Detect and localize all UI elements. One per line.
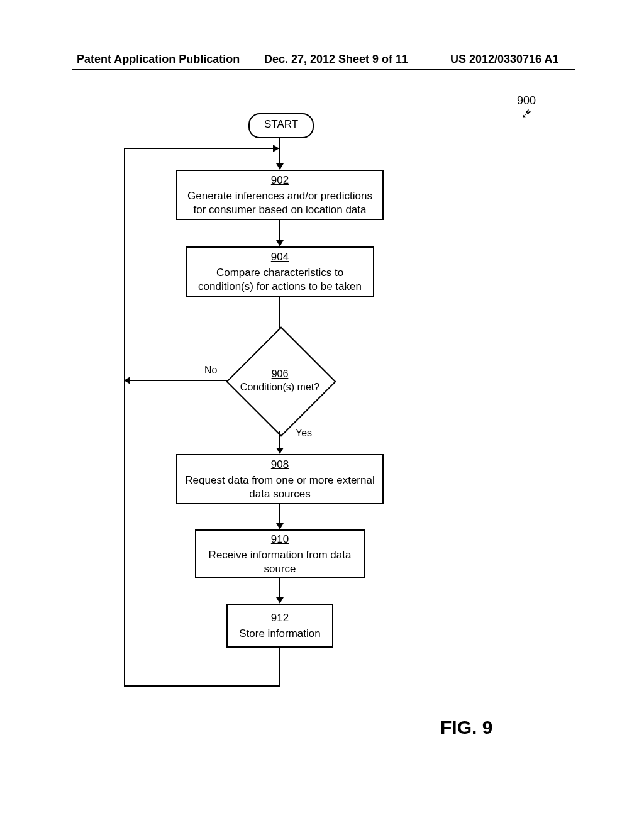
connector: [279, 504, 280, 524]
step-number: 912: [271, 611, 289, 624]
connector: [124, 380, 125, 687]
connector: [124, 148, 125, 380]
connector: [279, 578, 280, 599]
step-text: Compare characteristics to condition(s) …: [191, 266, 369, 293]
flow-step-908: 908 Request data from one or more extern…: [176, 454, 384, 504]
flow-step-902: 902 Generate inferences and/or predictio…: [176, 170, 384, 220]
decision-label-no: No: [204, 365, 217, 376]
step-text: Store information: [239, 627, 320, 640]
flow-step-904: 904 Compare characteristics to condition…: [186, 246, 374, 297]
arrow-down-icon: [276, 523, 284, 529]
patent-figure-page: Patent Application Publication Dec. 27, …: [0, 0, 644, 830]
step-text: Request data from one or more external d…: [181, 473, 379, 501]
header-publication: Patent Application Publication: [77, 53, 240, 66]
header-rule: [72, 69, 575, 70]
connector: [124, 685, 280, 687]
header-date-sheet: Dec. 27, 2012 Sheet 9 of 11: [264, 53, 408, 66]
arrow-down-icon: [276, 597, 284, 604]
figure-label: FIG. 9: [440, 717, 492, 738]
step-text: Condition(s) met?: [240, 381, 319, 393]
connector: [124, 380, 228, 381]
flow-decision-906: 906 Condition(s) met?: [226, 327, 333, 434]
step-number: 902: [271, 174, 289, 187]
connector: [279, 648, 280, 685]
figure-reference-mark-icon: ➴: [521, 106, 532, 122]
step-number: 910: [271, 533, 289, 546]
arrow-down-icon: [276, 240, 284, 246]
step-number: 906: [272, 368, 289, 380]
arrow-down-icon: [276, 448, 284, 454]
step-text: Receive information from data source: [200, 548, 360, 575]
connector: [124, 148, 279, 149]
connector: [279, 220, 280, 241]
flow-start-terminal: START: [248, 113, 314, 138]
header-pub-number: US 2012/0330716 A1: [450, 53, 558, 66]
step-text: Generate inferences and/or predictions f…: [181, 189, 379, 216]
connector: [279, 431, 280, 449]
arrow-down-icon: [276, 163, 284, 170]
flow-step-912: 912 Store information: [226, 604, 333, 648]
flow-step-910: 910 Receive information from data source: [195, 529, 365, 578]
decision-label-yes: Yes: [296, 428, 312, 439]
step-number: 904: [271, 250, 289, 263]
arrow-right-icon: [273, 145, 279, 152]
connector: [279, 137, 280, 165]
decision-text: 906 Condition(s) met?: [226, 327, 333, 434]
step-number: 908: [271, 458, 289, 471]
